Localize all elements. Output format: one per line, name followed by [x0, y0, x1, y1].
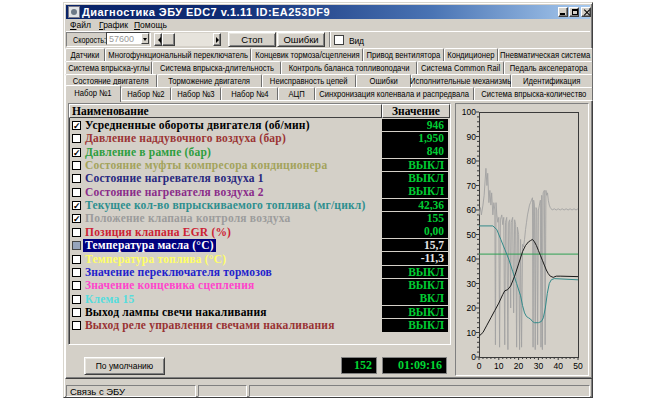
svg-text:50: 50 [573, 361, 583, 371]
svg-text:20: 20 [514, 361, 524, 371]
svg-text:30: 30 [467, 279, 477, 289]
svg-text:40: 40 [467, 254, 477, 264]
svg-text:60: 60 [467, 205, 477, 215]
svg-text:10: 10 [494, 361, 504, 371]
svg-text:90: 90 [467, 132, 477, 142]
svg-text:100: 100 [462, 107, 476, 117]
svg-text:80: 80 [467, 156, 477, 166]
svg-text:70: 70 [467, 181, 477, 191]
svg-text:50: 50 [467, 230, 477, 240]
svg-text:10: 10 [467, 328, 477, 338]
svg-text:0: 0 [477, 361, 482, 371]
svg-text:40: 40 [553, 361, 563, 371]
svg-text:0: 0 [471, 352, 476, 362]
svg-text:20: 20 [467, 303, 477, 313]
svg-text:30: 30 [534, 361, 544, 371]
